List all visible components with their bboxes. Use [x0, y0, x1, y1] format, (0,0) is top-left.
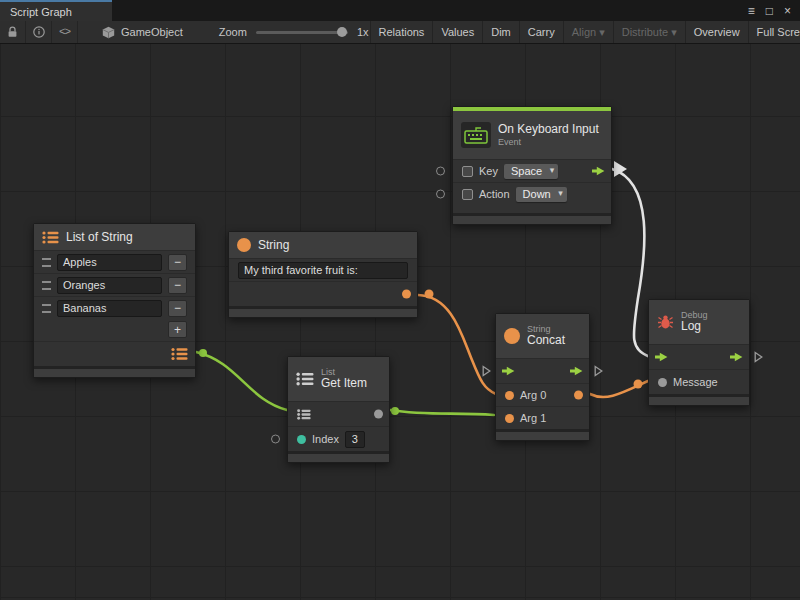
- tab-script-graph[interactable]: Script Graph: [0, 0, 112, 21]
- arg0-label: Arg 0: [520, 389, 546, 401]
- flow-output-marker[interactable]: [754, 351, 763, 363]
- index-input-port[interactable]: [297, 435, 306, 444]
- node-string-literal[interactable]: String My third favorite fruit is:: [228, 231, 418, 318]
- lock-icon[interactable]: [0, 21, 26, 43]
- action-input-port[interactable]: [436, 190, 445, 199]
- list-input-port[interactable]: [297, 409, 311, 420]
- maximize-icon[interactable]: □: [766, 5, 773, 17]
- message-input-port[interactable]: [658, 378, 667, 387]
- info-icon[interactable]: [26, 21, 52, 43]
- action-dropdown[interactable]: Down: [516, 187, 567, 202]
- flow-output-marker[interactable]: [594, 365, 603, 377]
- flow-output-port[interactable]: [730, 352, 743, 362]
- titlebar: Script Graph ≡ □ ×: [0, 0, 800, 21]
- carry-button[interactable]: Carry: [519, 21, 563, 43]
- node-get-item[interactable]: List Get Item Index 3: [287, 356, 390, 463]
- list-item-row: Bananas −: [34, 296, 195, 319]
- dim-button[interactable]: Dim: [482, 21, 519, 43]
- close-icon[interactable]: ×: [784, 5, 791, 17]
- arg0-row: Arg 0: [496, 383, 589, 406]
- wire-endpoint-dot: [199, 349, 207, 357]
- zoom-control: Zoom 1x: [219, 21, 369, 43]
- key-dropdown[interactable]: Space: [504, 164, 558, 179]
- trigger-output-port[interactable]: [592, 166, 605, 176]
- string-output-row: [229, 281, 417, 306]
- menu-icon[interactable]: ≡: [748, 5, 755, 17]
- flow-row: [649, 344, 749, 369]
- remove-item-button[interactable]: −: [168, 254, 187, 271]
- zoom-slider[interactable]: [256, 31, 348, 34]
- drag-handle-icon[interactable]: [42, 304, 51, 313]
- list-item-field[interactable]: Bananas: [57, 300, 162, 317]
- wire-endpoint-dot: [391, 407, 399, 415]
- key-input-port[interactable]: [436, 167, 445, 176]
- keycap-icon: [462, 189, 473, 200]
- index-outer-port[interactable]: [271, 435, 280, 444]
- list-icon: [42, 231, 59, 244]
- remove-item-button[interactable]: −: [168, 277, 187, 294]
- string-output-port[interactable]: [402, 290, 411, 299]
- keyboard-icon: [461, 122, 491, 148]
- zoom-slider-handle[interactable]: [337, 27, 347, 37]
- node-header: List Get Item: [288, 357, 389, 401]
- flow-input-port[interactable]: [502, 366, 515, 376]
- overview-button[interactable]: Overview: [685, 21, 748, 43]
- arg1-row: Arg 1: [496, 406, 589, 429]
- message-row: Message: [649, 369, 749, 394]
- zoom-label: Zoom: [219, 26, 247, 38]
- code-icon[interactable]: <>: [52, 21, 78, 43]
- flow-connected-marker: [614, 161, 627, 177]
- node-title: On Keyboard Input: [498, 123, 599, 137]
- wire-flow-keyboard-to-log: [612, 169, 650, 357]
- list-item-row: Apples −: [34, 250, 195, 273]
- list-item-row: Oranges −: [34, 273, 195, 296]
- list-item-field[interactable]: Oranges: [57, 277, 162, 294]
- node-debug-log[interactable]: Debug Log Message: [648, 299, 750, 406]
- index-row: Index 3: [288, 426, 389, 451]
- unity-cube-icon: [102, 26, 115, 39]
- node-footer: [496, 429, 589, 440]
- flow-row: [496, 358, 589, 383]
- flow-input-marker[interactable]: [482, 365, 491, 377]
- result-output-port[interactable]: [574, 391, 583, 400]
- arg1-input-port[interactable]: [505, 414, 514, 423]
- flow-input-port[interactable]: [655, 352, 668, 362]
- add-item-button[interactable]: +: [168, 321, 187, 338]
- graph-canvas[interactable]: On Keyboard Input Event Key Space Action…: [0, 44, 800, 600]
- string-value-field[interactable]: My third favorite fruit is:: [238, 262, 408, 279]
- drag-handle-icon[interactable]: [42, 281, 51, 290]
- node-title: List of String: [66, 230, 133, 244]
- wire-list-to-getitem: [196, 352, 287, 410]
- bug-icon: [657, 314, 674, 330]
- wire-getitem-to-concat: [390, 410, 494, 415]
- toolbar-buttons: Relations Values Dim Carry Align ▾ Distr…: [370, 21, 800, 43]
- list-output-port[interactable]: [171, 348, 188, 361]
- list-item-field[interactable]: Apples: [57, 254, 162, 271]
- arg1-label: Arg 1: [520, 412, 546, 424]
- node-concat[interactable]: String Concat Arg 0 Arg 1: [495, 313, 590, 441]
- fullscreen-button[interactable]: Full Scre: [748, 21, 800, 43]
- index-field[interactable]: 3: [345, 431, 365, 448]
- node-footer: [453, 213, 611, 224]
- flow-output-port[interactable]: [570, 366, 583, 376]
- node-footer: [229, 306, 417, 317]
- key-row: Key Space: [453, 159, 611, 182]
- wire-concat-to-log: [590, 381, 648, 397]
- node-on-keyboard-input[interactable]: On Keyboard Input Event Key Space Action…: [452, 106, 612, 225]
- arg0-input-port[interactable]: [505, 391, 514, 400]
- gameobject-ref[interactable]: GameObject: [92, 21, 193, 43]
- item-output-port[interactable]: [374, 410, 383, 419]
- node-list-of-string[interactable]: List of String Apples − Oranges − Banana…: [33, 223, 196, 378]
- string-type-icon: [504, 328, 520, 344]
- node-header: On Keyboard Input Event: [453, 111, 611, 159]
- distribute-button: Distribute ▾: [613, 21, 685, 43]
- remove-item-button[interactable]: −: [168, 300, 187, 317]
- align-button: Align ▾: [563, 21, 613, 43]
- wire-endpoint-dot: [425, 290, 434, 299]
- drag-handle-icon[interactable]: [42, 258, 51, 267]
- node-footer: [649, 394, 749, 405]
- node-header: String Concat: [496, 314, 589, 358]
- relations-button[interactable]: Relations: [370, 21, 433, 43]
- node-title: Concat: [527, 334, 565, 348]
- values-button[interactable]: Values: [432, 21, 482, 43]
